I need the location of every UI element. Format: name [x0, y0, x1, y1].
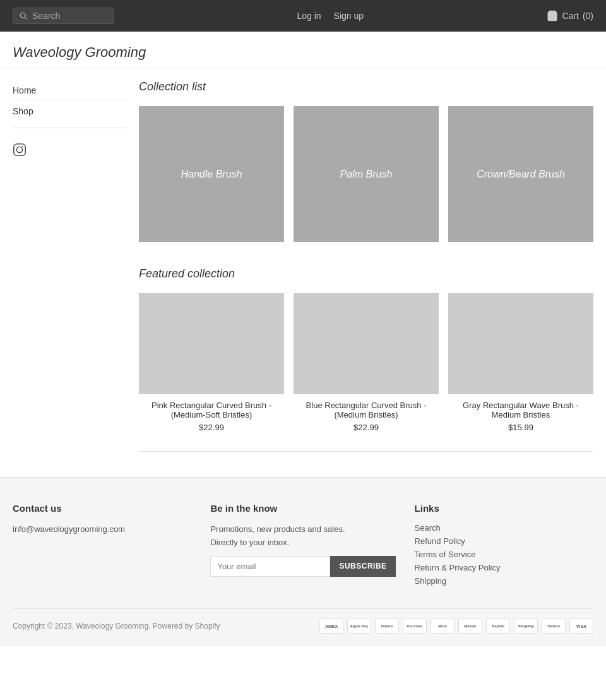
search-input[interactable]: [32, 11, 108, 21]
cart-count: (0): [583, 11, 593, 21]
instagram-link[interactable]: [13, 143, 27, 159]
sidebar-item-home[interactable]: Home: [13, 80, 126, 101]
signup-link[interactable]: Sign up: [334, 11, 364, 21]
sidebar: Home Shop: [13, 80, 126, 464]
collection-card-crown[interactable]: Crown/Beard Brush: [448, 106, 593, 242]
copyright-text: Copyright © 2023, Waveology Grooming. Po…: [13, 622, 220, 631]
footer-link-refund[interactable]: Refund Policy: [415, 536, 593, 546]
cart-label: Cart: [562, 11, 578, 21]
footer-contact-email: info@waveologygrooming.com: [13, 523, 191, 536]
payment-amex: AMEX: [319, 619, 343, 634]
product-card-0[interactable]: Pink Rectangular Curved Brush - (Medium-…: [139, 293, 284, 432]
footer-link-return[interactable]: Return & Privacy Policy: [415, 563, 593, 572]
footer-link-search[interactable]: Search: [415, 523, 593, 533]
powered-by-link[interactable]: Powered by Shopify: [153, 622, 220, 631]
main-content: Collection list Handle Brush Palm Brush …: [139, 80, 593, 464]
top-bar: Log in Sign up Cart (0): [0, 0, 606, 32]
footer-contact-title: Contact us: [13, 503, 191, 514]
product-title-0: Pink Rectangular Curved Brush - (Medium-…: [139, 401, 284, 419]
footer-newsletter-title: Be in the know: [210, 503, 395, 514]
footer-grid: Contact us info@waveologygrooming.com Be…: [13, 503, 593, 589]
footer-links-title: Links: [415, 503, 593, 514]
payment-mastercard: Master: [458, 619, 482, 634]
product-image-0: [139, 293, 284, 394]
payment-venmo: Venmo: [542, 619, 566, 634]
product-image-2: [448, 293, 593, 394]
top-bar-left: [13, 8, 114, 24]
collection-card-palm-title: Palm Brush: [340, 169, 393, 180]
product-title-2: Gray Rectangular Wave Brush - Medium Bri…: [448, 401, 593, 419]
svg-point-2: [16, 147, 22, 152]
main-layout: Home Shop Collection list Handle Brush P…: [0, 68, 606, 477]
sidebar-item-shop[interactable]: Shop: [13, 101, 126, 121]
email-input[interactable]: [210, 556, 330, 577]
collection-card-handle-title: Handle Brush: [181, 169, 242, 180]
payment-shoppay: ShopPay: [514, 619, 538, 634]
featured-grid: Pink Rectangular Curved Brush - (Medium-…: [139, 293, 593, 432]
footer-bottom: Copyright © 2023, Waveology Grooming. Po…: [13, 608, 593, 634]
search-icon: [18, 11, 28, 21]
footer-newsletter-text: Promotions, new products and sales.Direc…: [210, 523, 395, 550]
cart-icon: [547, 10, 558, 21]
footer: Contact us info@waveologygrooming.com Be…: [0, 477, 606, 646]
section-divider: [139, 451, 593, 452]
email-form: SUBSCRIBE: [210, 556, 395, 577]
footer-links: Links Search Refund Policy Terms of Serv…: [415, 503, 593, 589]
login-link[interactable]: Log in: [297, 11, 321, 21]
footer-newsletter: Be in the know Promotions, new products …: [210, 503, 395, 589]
site-header: Waveology Grooming: [0, 32, 606, 68]
sidebar-nav: Home Shop: [13, 80, 126, 128]
sidebar-social: [13, 138, 126, 164]
svg-rect-1: [14, 144, 25, 155]
payment-discover: Discover: [403, 619, 427, 634]
product-price-1: $22.99: [294, 423, 439, 432]
payment-diners: Diners: [375, 619, 399, 634]
footer-link-shipping[interactable]: Shipping: [415, 576, 593, 586]
product-price-2: $15.99: [448, 423, 593, 432]
product-title-1: Blue Rectangular Curved Brush - (Medium …: [294, 401, 439, 419]
cart-link[interactable]: Cart (0): [547, 10, 593, 21]
product-image-1: [294, 293, 439, 394]
payment-icons: AMEX Apple Pay Diners Discover Meta Mast…: [319, 619, 593, 634]
search-form[interactable]: [13, 8, 114, 24]
payment-paypal: PayPal: [486, 619, 510, 634]
product-card-2[interactable]: Gray Rectangular Wave Brush - Medium Bri…: [448, 293, 593, 432]
payment-meta: Meta: [431, 619, 454, 634]
svg-point-3: [22, 146, 23, 147]
payment-visa: VISA: [569, 619, 593, 634]
collection-grid: Handle Brush Palm Brush Crown/Beard Brus…: [139, 106, 593, 242]
instagram-icon: [13, 143, 27, 157]
collection-card-crown-title: Crown/Beard Brush: [477, 169, 565, 180]
payment-applepay: Apple Pay: [347, 619, 371, 634]
footer-link-terms[interactable]: Terms of Service: [415, 550, 593, 559]
site-title[interactable]: Waveology Grooming: [13, 44, 146, 60]
collection-section-title: Collection list: [139, 80, 593, 94]
collection-card-palm[interactable]: Palm Brush: [294, 106, 439, 242]
product-card-1[interactable]: Blue Rectangular Curved Brush - (Medium …: [294, 293, 439, 432]
product-price-0: $22.99: [139, 423, 284, 432]
subscribe-button[interactable]: SUBSCRIBE: [330, 556, 395, 577]
collection-card-handle[interactable]: Handle Brush: [139, 106, 284, 242]
footer-contact: Contact us info@waveologygrooming.com: [13, 503, 191, 589]
featured-section-title: Featured collection: [139, 267, 593, 281]
top-bar-nav: Log in Sign up: [297, 11, 364, 21]
